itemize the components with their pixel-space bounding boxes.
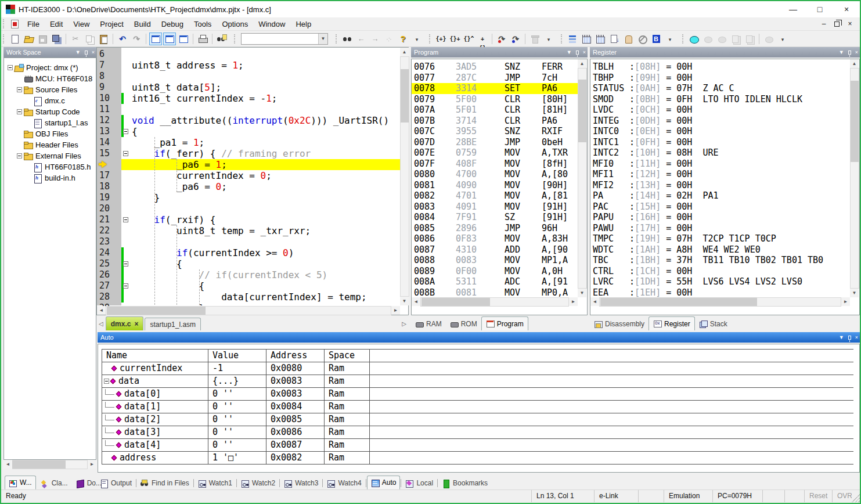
panel-close-icon[interactable]: × <box>92 47 95 57</box>
program-row-007A[interactable]: 007A5F01CLR[81H] <box>412 105 579 116</box>
workspace-scrollbar-left-icon[interactable]: ◄ <box>3 460 12 469</box>
memory-tab-program[interactable]: Program <box>481 316 528 330</box>
tree-item-header-files[interactable]: Header Files <box>17 139 78 150</box>
ice-doc-icon-2[interactable] <box>743 33 756 45</box>
line-number[interactable]: 14 <box>99 137 110 148</box>
panel-menu-icon[interactable]: ▼ <box>75 47 81 57</box>
output-tab-bookmarks[interactable]: Bookmarks <box>438 477 491 489</box>
output-tab-output[interactable]: Output <box>96 477 135 489</box>
line-number[interactable]: 19 <box>99 192 110 203</box>
output-tab-watch1[interactable]: Watch1 <box>194 477 236 489</box>
tree-item-project-dmx-[interactable]: Project: dmx (*) <box>8 62 78 73</box>
line-number[interactable]: 20 <box>99 203 110 214</box>
program-hscrollbar-thumb[interactable] <box>422 298 490 306</box>
line-number[interactable]: 9 <box>99 82 105 93</box>
ice-tool-icon-1[interactable] <box>701 33 714 45</box>
line-number[interactable]: 22 <box>99 225 110 236</box>
copy-icon[interactable] <box>83 33 96 45</box>
program-row-0089[interactable]: 00890F00MOVA,0H <box>412 266 579 277</box>
output-toggle-icon[interactable] <box>163 33 176 45</box>
register-vscrollbar-thumb[interactable] <box>851 81 859 162</box>
toolbar-overflow-icon[interactable] <box>664 33 676 45</box>
mdi-close-button[interactable]: × <box>844 20 856 28</box>
mdi-minimize-button[interactable]: – <box>817 20 830 28</box>
program-hscrollbar-right-icon[interactable]: ► <box>569 297 578 306</box>
output-tab-find-in-files[interactable]: Find in Files <box>137 477 193 489</box>
output-tab-watch3[interactable]: Watch3 <box>280 477 322 489</box>
minimize-button[interactable]: — <box>780 1 806 17</box>
watch-row-data-4-[interactable]: data[4] <box>103 438 207 451</box>
resize-grip[interactable] <box>852 490 860 502</box>
help-icon[interactable] <box>397 33 409 45</box>
find-icon[interactable] <box>341 33 354 45</box>
line-number[interactable]: 25 <box>99 258 110 269</box>
stop-debug-icon[interactable] <box>528 33 541 45</box>
program-row-0083[interactable]: 00834091MOV[91H] <box>412 201 579 213</box>
tree-item-external-files[interactable]: External Files <box>17 150 81 161</box>
stop-build-icon[interactable] <box>622 33 635 45</box>
maximize-button[interactable]: □ <box>806 1 833 17</box>
panel-close-icon[interactable]: × <box>855 47 858 57</box>
line-number[interactable]: 12 <box>99 115 110 126</box>
watch-row-address[interactable]: address <box>103 451 207 464</box>
find-prev-icon[interactable] <box>355 33 368 45</box>
mdi-restore-button[interactable] <box>834 21 840 27</box>
toolbar-overflow-icon[interactable] <box>410 33 423 45</box>
tree-item-source-files[interactable]: Source Files <box>17 84 77 95</box>
debug-tab-stack[interactable]: Stack <box>695 318 732 330</box>
program-row-0079[interactable]: 00795F00CLR[80H] <box>412 94 579 105</box>
find-combobox[interactable]: ▼ <box>241 33 328 45</box>
output-tab-watch4[interactable]: Watch4 <box>323 477 365 489</box>
panel-menu-icon[interactable]: ▼ <box>839 332 844 343</box>
panel-pin-icon[interactable] <box>576 51 579 55</box>
program-row-007D[interactable]: 007D28BEJMP0beH <box>412 137 579 148</box>
editor-hscrollbar-thumb[interactable] <box>107 307 206 315</box>
program-vscrollbar-up-icon[interactable]: ▲ <box>578 59 586 68</box>
editor-hscrollbar-left-icon[interactable]: ◄ <box>97 306 106 315</box>
watch-row-data-0-[interactable]: data[0] <box>103 387 207 400</box>
editor-vscrollbar-up-icon[interactable]: ▲ <box>400 48 409 56</box>
memory-tab-ram[interactable]: RAM <box>411 318 446 330</box>
debug-tab-disassembly[interactable]: Disassembly <box>590 318 649 330</box>
program-row-0086[interactable]: 00860F83MOVA,83H <box>412 233 579 244</box>
save-icon[interactable] <box>36 33 49 45</box>
code-fold-icon[interactable] <box>123 129 128 134</box>
program-row-0077[interactable]: 0077287CJMP7cH <box>412 73 579 84</box>
program-row-0076[interactable]: 00763AD5SNZFERR <box>412 62 579 73</box>
workspace-scrollbar-right-icon[interactable]: ► <box>88 460 96 469</box>
program-row-007C[interactable]: 007C3955SNZRXIF <box>412 126 579 137</box>
editor-tab-startup1-l-asm[interactable]: startup1_l.asm <box>145 318 201 330</box>
workspace-scrollbar-thumb[interactable] <box>12 460 66 469</box>
memory-tab-rom[interactable]: ROM <box>446 318 481 330</box>
toolbar-gripper[interactable] <box>336 34 338 44</box>
toolbar-overflow-icon[interactable] <box>776 33 789 45</box>
rebuild-all-icon[interactable] <box>594 33 607 45</box>
line-number[interactable]: 21 <box>99 214 110 225</box>
output-tab-local[interactable]: Local <box>402 477 437 489</box>
workspace-toggle-icon[interactable] <box>149 33 162 45</box>
workspace-selector-tab-w-[interactable]: W... <box>5 476 36 489</box>
program-row-007F[interactable]: 007F408FMOV[8fH] <box>412 159 579 170</box>
program-row-0080[interactable]: 00804700MOVA,[80 <box>412 169 579 180</box>
line-number[interactable]: 28 <box>99 291 110 303</box>
watch-row-data-3-[interactable]: data[3] <box>103 426 207 438</box>
save-all-icon[interactable] <box>50 33 63 45</box>
line-number[interactable]: 10 <box>99 93 110 104</box>
paste-icon[interactable] <box>97 33 110 45</box>
workspace-selector-tab-cla-[interactable]: Cla... <box>37 477 71 489</box>
regex-find-icon[interactable] <box>383 33 395 45</box>
program-row-0087[interactable]: 00874310ADDA,[90 <box>412 244 579 255</box>
step-out-icon[interactable]: {}^ <box>462 33 475 45</box>
register-vscrollbar-up-icon[interactable]: ▲ <box>850 59 859 68</box>
close-button[interactable]: × <box>833 1 860 17</box>
toolbar-gripper[interactable] <box>682 34 685 44</box>
step-into-icon[interactable]: {+} <box>434 33 447 45</box>
code-fold-icon[interactable] <box>123 283 128 289</box>
tree-item-dmx-c[interactable]: cdmx.c <box>26 95 65 106</box>
watch-row-data[interactable]: data <box>103 375 207 387</box>
cut-icon[interactable] <box>69 33 82 45</box>
line-number[interactable]: 17 <box>99 170 110 181</box>
line-number[interactable]: 23 <box>99 236 110 247</box>
code-fold-icon[interactable] <box>123 261 128 267</box>
window-split-icon[interactable] <box>177 33 190 45</box>
